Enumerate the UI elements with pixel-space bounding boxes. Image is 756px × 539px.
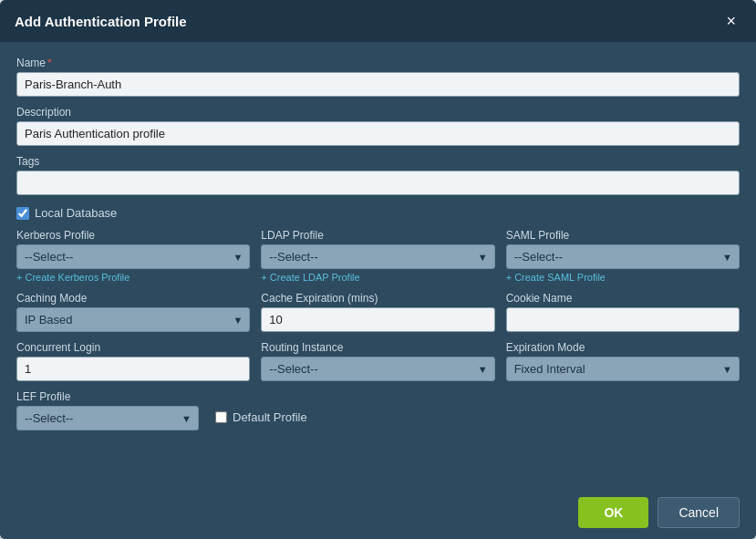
create-ldap-link[interactable]: + Create LDAP Profile [261,272,494,283]
cookie-name-col: Cookie Name [506,292,740,332]
caching-mode-col: Caching Mode IP Based ▼ [16,292,250,332]
kerberos-select-wrapper: --Select-- ▼ [16,244,250,269]
ldap-select-wrapper: --Select-- ▼ [261,244,494,269]
description-field-group: Description [16,106,740,146]
saml-select-wrapper: --Select-- ▼ [506,244,740,269]
description-input[interactable] [16,121,740,146]
expiration-mode-col: Expiration Mode Fixed Interval ▼ [506,341,740,381]
tags-field-group: Tags [16,155,740,195]
lef-profile-select[interactable]: --Select-- [16,406,199,430]
concurrent-login-input[interactable] [16,357,250,381]
name-field-group: Name* [16,57,740,97]
saml-select[interactable]: --Select-- [506,244,740,269]
modal-header: Add Authentication Profile × [0,0,756,42]
ok-button[interactable]: OK [578,497,648,528]
cache-expiration-input[interactable] [261,307,494,332]
routing-instance-select[interactable]: --Select-- [261,357,494,381]
tags-label: Tags [16,155,740,168]
lef-profile-label: LEF Profile [16,390,199,403]
routing-instance-col: Routing Instance --Select-- ▼ [261,341,494,381]
modal-footer: OK Cancel [0,486,756,539]
caching-mode-select[interactable]: IP Based [16,307,250,332]
modal-title: Add Authentication Profile [15,14,187,29]
expiration-mode-select-wrapper: Fixed Interval ▼ [506,357,740,381]
ldap-select[interactable]: --Select-- [261,244,494,269]
add-auth-profile-modal: Add Authentication Profile × Name* Descr… [0,0,756,539]
cancel-button[interactable]: Cancel [658,497,740,528]
name-input[interactable] [16,72,740,97]
local-database-checkbox[interactable] [16,207,29,220]
ldap-col: LDAP Profile --Select-- ▼ + Create LDAP … [261,229,494,283]
default-profile-row: Default Profile [215,410,307,424]
create-saml-link[interactable]: + Create SAML Profile [506,272,740,283]
local-database-row: Local Database [16,206,740,220]
description-label: Description [16,106,740,119]
routing-instance-label: Routing Instance [261,341,494,354]
lef-row: LEF Profile --Select-- ▼ Default Profile [16,390,740,430]
concurrent-login-col: Concurrent Login [16,341,250,381]
caching-mode-select-wrapper: IP Based ▼ [16,307,250,332]
cookie-name-label: Cookie Name [506,292,740,305]
ldap-label: LDAP Profile [261,229,494,242]
routing-instance-select-wrapper: --Select-- ▼ [261,357,494,381]
cookie-name-input[interactable] [506,307,740,332]
default-profile-checkbox[interactable] [215,411,227,423]
lef-profile-select-wrapper: --Select-- ▼ [16,406,199,430]
kerberos-label: Kerberos Profile [16,229,250,242]
kerberos-select[interactable]: --Select-- [16,244,250,269]
modal-body: Name* Description Tags Local Database Ke… [0,42,756,486]
kerberos-col: Kerberos Profile --Select-- ▼ + Create K… [16,229,250,283]
lef-profile-col: LEF Profile --Select-- ▼ [16,390,199,430]
expiration-mode-label: Expiration Mode [506,341,740,354]
tags-input[interactable] [16,171,740,195]
local-database-label: Local Database [35,206,117,220]
login-row: Concurrent Login Routing Instance --Sele… [16,341,740,381]
saml-label: SAML Profile [506,229,740,242]
saml-col: SAML Profile --Select-- ▼ + Create SAML … [506,229,740,283]
caching-row: Caching Mode IP Based ▼ Cache Expiration… [16,292,740,332]
cache-expiration-label: Cache Expiration (mins) [261,292,494,305]
default-profile-label: Default Profile [233,410,307,424]
cache-expiration-col: Cache Expiration (mins) [261,292,494,332]
name-label: Name* [16,57,740,69]
caching-mode-label: Caching Mode [16,292,250,305]
create-kerberos-link[interactable]: + Create Kerberos Profile [16,272,250,283]
profile-selects-row: Kerberos Profile --Select-- ▼ + Create K… [16,229,740,283]
expiration-mode-select[interactable]: Fixed Interval [506,357,740,381]
close-button[interactable]: × [720,11,741,31]
concurrent-login-label: Concurrent Login [16,341,250,354]
